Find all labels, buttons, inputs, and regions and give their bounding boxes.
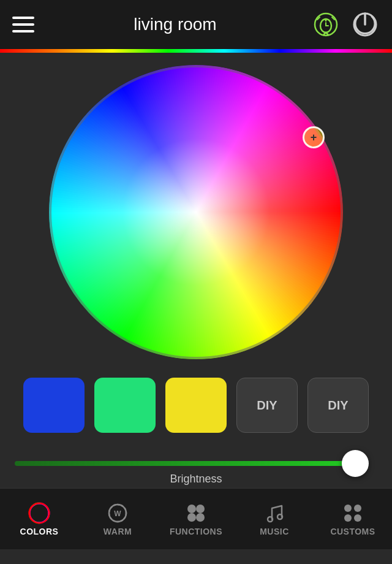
- svg-point-18: [196, 505, 205, 513]
- svg-point-21: [268, 517, 273, 522]
- svg-point-12: [29, 503, 49, 523]
- bottom-nav: COLORS W WARM FUNCTIONS: [0, 488, 392, 549]
- brightness-thumb[interactable]: [342, 450, 369, 477]
- svg-point-17: [187, 505, 196, 513]
- menu-button[interactable]: [12, 11, 39, 38]
- brightness-slider[interactable]: [15, 461, 364, 466]
- nav-item-functions[interactable]: FUNCTIONS: [157, 489, 235, 549]
- nav-item-music[interactable]: MUSIC: [235, 489, 314, 549]
- svg-point-19: [187, 513, 196, 522]
- swatches-row: DIY DIY: [0, 372, 392, 439]
- nav-item-warm[interactable]: W WARM: [78, 489, 157, 549]
- alarm-icon: [311, 10, 341, 39]
- color-wheel[interactable]: [49, 65, 343, 359]
- nav-label-music: MUSIC: [260, 527, 289, 536]
- music-icon: [263, 502, 285, 524]
- nav-label-customs: CUSTOMS: [330, 527, 375, 536]
- swatch-diy2[interactable]: DIY: [307, 378, 369, 433]
- brightness-label: Brightness: [170, 473, 222, 486]
- power-button[interactable]: [350, 10, 380, 39]
- color-wheel-area: [0, 53, 392, 372]
- color-wheel-container[interactable]: [49, 65, 343, 359]
- svg-point-22: [277, 514, 282, 519]
- swatch-diy1[interactable]: DIY: [236, 378, 298, 433]
- swatch-green[interactable]: [94, 378, 156, 433]
- power-icon: [351, 10, 379, 39]
- alarm-button[interactable]: [311, 10, 341, 39]
- swatch-blue[interactable]: [23, 378, 85, 433]
- svg-point-23: [344, 505, 352, 512]
- brightness-area: Brightness: [0, 439, 392, 488]
- svg-point-25: [344, 514, 352, 522]
- colors-icon: [28, 502, 50, 524]
- header: living room: [0, 0, 392, 49]
- nav-label-warm: WARM: [104, 527, 132, 536]
- customs-icon: [342, 502, 364, 524]
- svg-text:W: W: [114, 509, 121, 518]
- swatch-yellow[interactable]: [165, 378, 227, 433]
- svg-point-24: [354, 505, 361, 512]
- nav-item-colors[interactable]: COLORS: [0, 489, 78, 549]
- nav-item-customs[interactable]: CUSTOMS: [314, 489, 392, 549]
- header-icons: [311, 10, 380, 39]
- warm-icon: W: [107, 502, 129, 524]
- nav-label-functions: FUNCTIONS: [170, 527, 222, 536]
- svg-point-20: [196, 513, 205, 522]
- functions-icon: [185, 502, 207, 524]
- page-title: living room: [134, 15, 216, 34]
- color-wheel-selector[interactable]: [303, 126, 325, 148]
- svg-point-26: [354, 514, 361, 522]
- nav-label-colors: COLORS: [20, 527, 59, 536]
